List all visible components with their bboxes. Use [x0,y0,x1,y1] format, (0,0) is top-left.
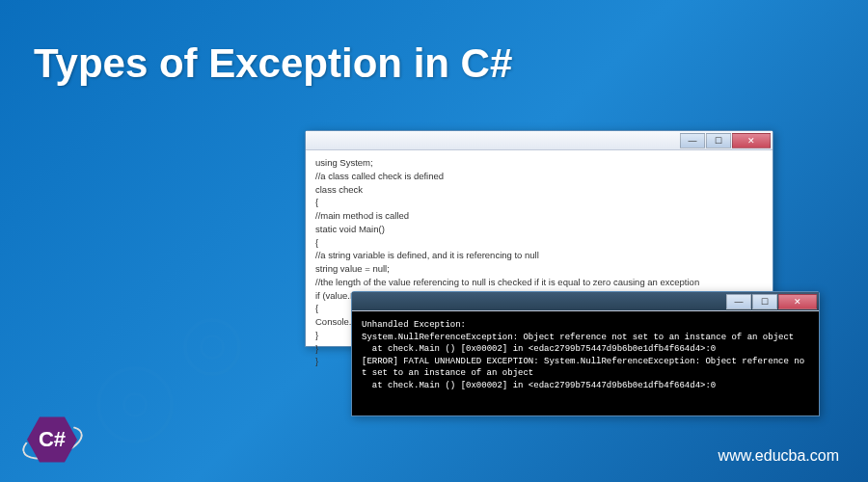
close-button[interactable]: ✕ [732,133,771,148]
console-window-titlebar: — ☐ ✕ [352,292,819,311]
minimize-button[interactable]: — [680,133,705,148]
console-content-area: Unhandled Exception: System.NullReferenc… [352,311,819,415]
maximize-button[interactable]: ☐ [752,294,777,309]
maximize-button[interactable]: ☐ [706,133,731,148]
close-button[interactable]: ✕ [778,294,817,309]
page-title: Types of Exception in C# [34,40,512,87]
console-output-window: — ☐ ✕ Unhandled Exception: System.NullRe… [351,291,820,416]
csharp-logo: C# [27,415,80,468]
website-url: www.educba.com [719,447,839,465]
code-window-titlebar: — ☐ ✕ [306,131,773,150]
minimize-button[interactable]: — [726,294,751,309]
